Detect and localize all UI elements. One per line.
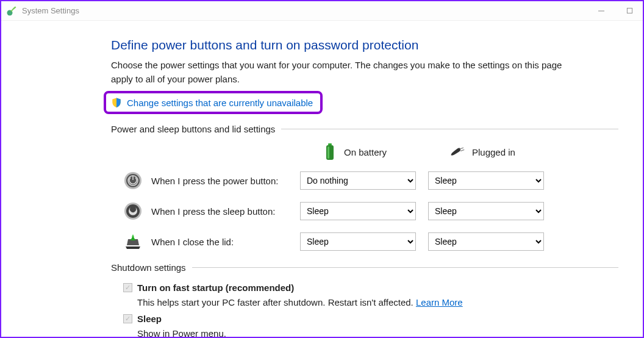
shutdown-settings-list: ✓ Turn on fast startup (recommended) Thi… xyxy=(123,281,618,338)
fast-startup-row: ✓ Turn on fast startup (recommended) xyxy=(123,281,618,295)
sleep-title: Sleep xyxy=(137,314,162,324)
col-on-battery-label: On battery xyxy=(344,147,387,157)
fast-startup-desc: This helps start your PC faster after sh… xyxy=(137,297,416,307)
titlebar: System Settings xyxy=(1,1,643,21)
fast-startup-checkbox: ✓ xyxy=(123,283,132,292)
power-button-battery-select[interactable]: Do nothing xyxy=(300,171,416,190)
row-sleep-button-label: When I press the sleep button: xyxy=(151,206,275,217)
section-power-buttons-header: Power and sleep buttons and lid settings xyxy=(111,124,618,134)
window-controls xyxy=(593,4,638,18)
svg-rect-7 xyxy=(460,149,465,151)
window-frame: System Settings Define power buttons and… xyxy=(0,0,644,338)
learn-more-link[interactable]: Learn More xyxy=(416,297,463,307)
plug-icon xyxy=(450,143,466,161)
change-settings-highlight: Change settings that are currently unava… xyxy=(104,91,323,114)
sleep-desc: Show in Power menu. xyxy=(137,328,226,339)
row-sleep-button: When I press the sleep button: Sleep Sle… xyxy=(123,201,618,221)
divider xyxy=(281,129,618,129)
section-power-buttons-title: Power and sleep buttons and lid settings xyxy=(111,124,275,134)
app-icon xyxy=(6,5,17,16)
minimize-button[interactable] xyxy=(593,4,610,18)
section-shutdown-header: Shutdown settings xyxy=(111,262,618,273)
svg-point-13 xyxy=(126,204,140,218)
power-button-plugged-select[interactable]: Sleep xyxy=(428,171,544,190)
sleep-button-plugged-select[interactable]: Sleep xyxy=(428,202,544,220)
close-lid-plugged-select[interactable]: Sleep xyxy=(428,232,544,251)
page-description: Choose the power settings that you want … xyxy=(111,59,562,86)
col-plugged-in-label: Plugged in xyxy=(472,147,515,157)
col-on-battery: On battery xyxy=(300,143,428,161)
shield-icon xyxy=(111,97,122,108)
close-lid-battery-select[interactable]: Sleep xyxy=(300,232,416,251)
row-power-button-label: When I press the power button: xyxy=(151,176,278,186)
row-close-lid-label: When I close the lid: xyxy=(151,237,234,247)
row-power-button: When I press the power button: Do nothin… xyxy=(123,171,618,190)
change-settings-link[interactable]: Change settings that are currently unava… xyxy=(127,98,313,108)
window-title: System Settings xyxy=(22,6,593,15)
divider xyxy=(192,267,618,268)
content-area: Define power buttons and turn on passwor… xyxy=(1,21,643,338)
svg-rect-3 xyxy=(328,143,332,145)
maximize-button[interactable] xyxy=(621,4,638,18)
svg-rect-5 xyxy=(327,146,329,159)
svg-rect-4 xyxy=(326,145,334,160)
column-headers: On battery Plugged in xyxy=(123,143,618,161)
power-button-icon xyxy=(123,171,143,190)
sleep-button-battery-select[interactable]: Sleep xyxy=(300,202,416,220)
col-plugged-in: Plugged in xyxy=(428,143,556,161)
section-shutdown-title: Shutdown settings xyxy=(111,262,186,273)
page-title: Define power buttons and turn on passwor… xyxy=(111,38,618,52)
row-close-lid: When I close the lid: Sleep Sleep xyxy=(123,232,618,251)
svg-rect-2 xyxy=(627,8,632,13)
sleep-row: ✓ Sleep xyxy=(123,312,618,326)
fast-startup-title: Turn on fast startup (recommended) xyxy=(137,282,294,293)
battery-icon xyxy=(322,143,338,161)
sleep-button-icon xyxy=(123,201,143,221)
sleep-checkbox: ✓ xyxy=(123,314,132,323)
close-lid-icon xyxy=(123,232,143,251)
